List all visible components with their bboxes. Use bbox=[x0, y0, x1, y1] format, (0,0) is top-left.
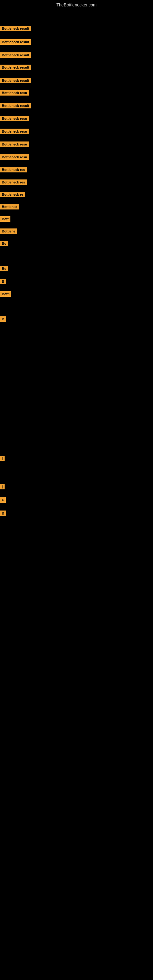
bottleneck-badge-9[interactable]: Bottleneck resu bbox=[0, 129, 29, 134]
bottleneck-badge-18[interactable]: Bo bbox=[0, 241, 8, 246]
bottleneck-badge-24[interactable]: | bbox=[0, 484, 5, 489]
bottleneck-badge-7[interactable]: Bottleneck result bbox=[0, 103, 31, 108]
bottleneck-badge-20[interactable]: B bbox=[0, 279, 6, 284]
bottleneck-badge-6[interactable]: Bottleneck resu bbox=[0, 90, 29, 95]
bottleneck-badge-1[interactable]: Bottleneck result bbox=[0, 26, 31, 31]
bottleneck-badge-26[interactable]: B bbox=[0, 511, 6, 516]
site-title: TheBottlenecker.com bbox=[0, 0, 153, 9]
bottleneck-badge-15[interactable]: Bottlenec bbox=[0, 204, 19, 210]
bottleneck-badge-14[interactable]: Bottleneck re bbox=[0, 192, 25, 197]
bottleneck-badge-17[interactable]: Bottlene bbox=[0, 229, 17, 234]
bottleneck-badge-16[interactable]: Bott bbox=[0, 216, 10, 222]
bottleneck-badge-3[interactable]: Bottleneck result bbox=[0, 52, 31, 58]
bottleneck-badge-23[interactable]: | bbox=[0, 456, 5, 461]
bottleneck-badge-2[interactable]: Bottleneck result bbox=[0, 39, 31, 45]
bottleneck-badge-21[interactable]: Bottl bbox=[0, 291, 11, 297]
bottleneck-badge-10[interactable]: Bottleneck resu bbox=[0, 142, 29, 147]
bottleneck-badge-11[interactable]: Bottleneck resu bbox=[0, 154, 29, 160]
bottleneck-badge-4[interactable]: Bottleneck result bbox=[0, 65, 31, 70]
bottleneck-badge-12[interactable]: Bottleneck res bbox=[0, 167, 27, 172]
bottleneck-badge-22[interactable]: B bbox=[0, 317, 6, 322]
bottleneck-badge-19[interactable]: Bo bbox=[0, 266, 8, 271]
bottleneck-badge-5[interactable]: Bottleneck result bbox=[0, 78, 31, 83]
bottleneck-badge-8[interactable]: Bottleneck resu bbox=[0, 116, 29, 121]
bottleneck-badge-25[interactable]: E bbox=[0, 497, 6, 503]
bottleneck-badge-13[interactable]: Bottleneck res bbox=[0, 180, 27, 185]
